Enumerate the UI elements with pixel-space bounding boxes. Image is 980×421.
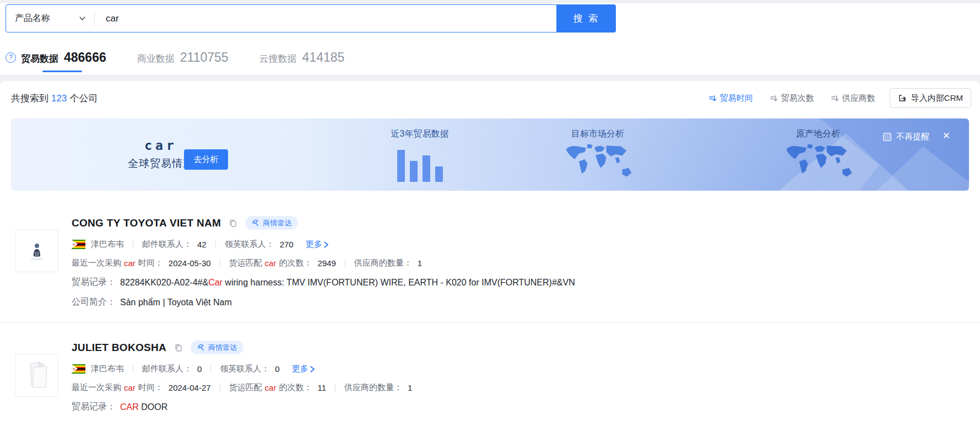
company-contact-row: 津巴布韦 邮件联系人： 0 领英联系人： 0 更多 [72,364,969,374]
more-link[interactable]: 更多 [292,364,315,374]
email-contacts-label: 邮件联系人： [142,239,192,250]
company-card: JULIET BOKOSHA 商情雷达 津巴布韦 邮件联系人： 0 领英联系人：… [0,322,980,421]
tab-label: 商业数据 [137,52,175,65]
trade-record-label: 贸易记录： [72,277,116,288]
tab-count: 486666 [64,50,106,65]
sort-label: 贸易次数 [781,93,814,104]
chart-bar [423,155,430,182]
dont-remind-toggle[interactable]: 不再提醒 [883,132,929,142]
last-purchase-date: 2024-05-30 [163,258,211,268]
keyword-highlight: car [121,383,138,392]
divider [210,365,211,373]
search-input[interactable] [95,5,556,32]
sort-label: 贸易时间 [720,93,753,104]
import-icon [898,94,907,102]
linkedin-contacts-label: 领英联系人： [220,364,269,374]
divider [133,241,133,249]
trade-record-value: 82284KK020-A02-4#&Car wiring harness: TM… [116,278,575,288]
business-radar-badge[interactable]: 商情雷达 [245,216,298,230]
company-card: CONG TY TOYOTA VIET NAM 商情雷达 津巴布韦 邮件联系人：… [0,191,980,322]
more-label: 更多 [306,239,322,250]
radar-icon [252,219,259,227]
business-radar-badge[interactable]: 商情雷达 [191,341,243,354]
freight-match-label: 货运匹配 [229,382,262,393]
found-suffix: 个公司 [69,93,98,104]
sort-supplier-count[interactable]: 供应商数 [831,93,875,104]
world-map-icon [782,143,854,182]
keyword-highlight: car [262,383,279,392]
world-map-icon [561,143,634,182]
email-contacts-count: 0 [192,364,202,374]
dont-remind-checkbox[interactable] [883,133,891,141]
found-prefix: 共搜索到 [11,93,48,104]
email-contacts-count: 42 [192,240,207,249]
trade-record-text: 82284KK020-A02-4#& [120,278,208,287]
company-name[interactable]: CONG TY TOYOTA VIET NAM [72,217,221,229]
trade-record-row: 贸易记录： CAR DOOR [72,401,969,413]
company-purchase-row: 最近一次采购 car 时间： 2024-04-27 货运匹配 car 的次数： … [72,382,969,393]
banner-section-title: 近3年贸易数据 [370,128,469,140]
company-contact-row: 津巴布韦 邮件联系人： 42 领英联系人： 270 更多 [72,239,969,250]
banner-close-icon[interactable]: ✕ [943,131,950,142]
trade-record-row: 贸易记录： 82284KK020-A02-4#&Car wiring harne… [72,277,969,288]
trade-record-value: CAR DOOR [116,402,167,412]
sort-controls: 贸易时间 贸易次数 供应商数 [708,93,875,104]
copy-icon[interactable] [229,219,237,228]
linkedin-contacts-label: 领英联系人： [225,239,274,250]
banner-section-origin: 原产地分析 [768,128,868,185]
freight-match-label-suffix: 的次数： [279,382,312,393]
company-thumbnail[interactable] [15,354,58,397]
divider [335,384,335,392]
trade-record-text: wiring harness: TMV IMV(FORTUNER) WIRE, … [223,278,575,287]
tab-label: 云搜数据 [259,52,297,65]
sort-desc-icon [770,94,778,102]
analyze-button[interactable]: 去分析 [184,149,228,170]
search-button[interactable]: 搜 索 [557,4,616,33]
freight-match-label: 货运匹配 [229,258,262,268]
result-count-text: 共搜索到123个公司 [11,92,98,105]
company-name[interactable]: JULIET BOKOSHA [72,342,166,354]
tab-trade-data[interactable]: 贸易数据 486666 [21,50,106,65]
country-name: 津巴布韦 [91,239,124,250]
banner-section-title: 目标市场分析 [548,128,647,140]
sort-trade-time[interactable]: 贸易时间 [708,93,753,104]
results-panel: 共搜索到123个公司 贸易时间 贸易次数 供应商数 导入内部CRM [0,81,980,421]
help-icon[interactable]: ? [6,52,16,63]
chart-bar [397,150,405,182]
divider [220,384,220,392]
freight-match-label-suffix: 的次数： [279,258,312,268]
category-dropdown[interactable]: 产品名称 [6,5,94,32]
last-purchase-date: 2024-04-27 [163,383,211,392]
company-intro-label: 公司简介： [72,296,116,308]
country-name: 津巴布韦 [91,364,124,374]
company-thumbnail[interactable] [15,229,58,272]
zimbabwe-flag-icon [72,364,85,374]
keyword-highlight: car [121,258,138,268]
import-crm-button[interactable]: 导入内部CRM [890,88,971,108]
keyword-highlight: car [262,258,279,268]
last-purchase-label-suffix: 时间： [138,382,163,393]
banner-section-title: 原产地分析 [768,128,868,140]
category-label: 产品名称 [15,13,50,24]
chevron-right-icon [324,241,329,248]
last-purchase-label: 最近一次采购 [72,258,121,268]
search-header: 产品名称 搜 索 ? 贸易数据 486666 商业数据 2110755 云搜数据… [0,0,980,75]
trade-bar-chart [370,147,469,182]
tab-business-data[interactable]: 商业数据 2110755 [137,50,229,65]
badge-label: 商情雷达 [208,343,237,353]
top-strip [0,0,980,3]
tab-cloud-search-data[interactable]: 云搜数据 414185 [259,50,345,65]
divider [215,241,216,249]
zimbabwe-flag-icon [72,240,85,249]
sort-label: 供应商数 [842,93,875,104]
company-intro-row: 公司简介： Sản phẩm | Toyota Việt Nam [72,296,969,308]
found-count: 123 [48,93,69,104]
sort-trade-count[interactable]: 贸易次数 [770,93,814,104]
last-purchase-label: 最近一次采购 [72,382,121,393]
more-link[interactable]: 更多 [306,239,329,250]
company-purchase-row: 最近一次采购 car 时间： 2024-05-30 货运匹配 car 的次数： … [72,258,969,268]
company-name-row: CONG TY TOYOTA VIET NAM 商情雷达 [72,216,969,230]
copy-icon[interactable] [174,343,183,352]
supplier-count: 1 [402,383,412,392]
tab-count: 2110755 [180,50,229,65]
